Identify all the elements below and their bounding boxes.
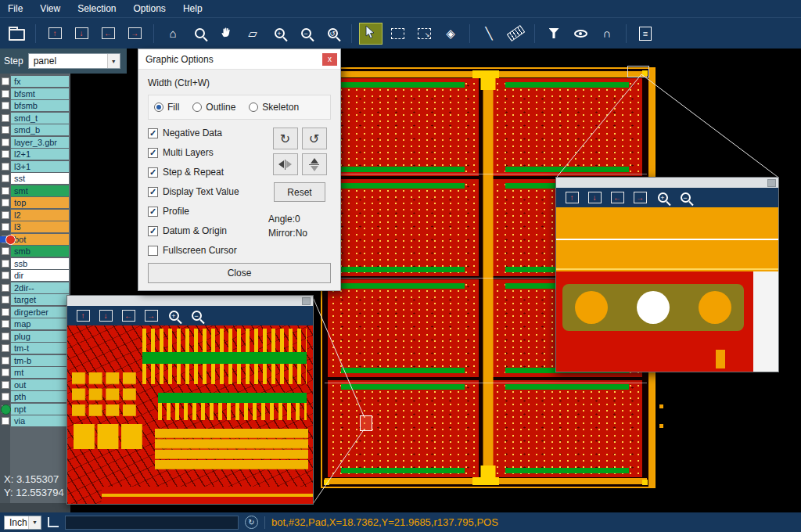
layer-visibility-checkbox[interactable]	[2, 271, 9, 279]
import-up-button[interactable]: ↑	[43, 23, 66, 45]
dialog-close-button[interactable]: Close	[148, 263, 331, 283]
menu-selection[interactable]: Selection	[77, 3, 116, 14]
refresh-icon[interactable]: ↻	[245, 516, 258, 529]
export-left-button[interactable]: ←	[120, 307, 137, 324]
layer-row-2dir--[interactable]: 2dir--	[0, 282, 70, 293]
transform-select-button[interactable]: ↘	[412, 23, 436, 45]
zoom-out-button[interactable]: −	[677, 189, 694, 206]
layer-row-l3+1[interactable]: l3+1	[0, 161, 70, 172]
snap-button[interactable]: ∩	[595, 23, 619, 45]
rotate-ccw-button[interactable]: ↺	[302, 128, 327, 149]
pan-hand-button[interactable]	[214, 23, 238, 45]
layer-row-pth[interactable]: pth	[0, 391, 70, 402]
layer-row-layer_3.gbr[interactable]: layer_3.gbr	[0, 137, 70, 148]
layer-visibility-checkbox[interactable]	[2, 368, 9, 376]
layer-visibility-checkbox[interactable]	[2, 150, 9, 158]
menu-help[interactable]: Help	[183, 3, 203, 14]
filter-button[interactable]	[542, 23, 566, 45]
layer-name[interactable]: bfsmt	[11, 88, 69, 99]
layer-name[interactable]: tm-t	[11, 343, 69, 354]
layer-row-sst[interactable]: sst	[0, 173, 70, 184]
layer-row-npt[interactable]: npt	[0, 404, 70, 415]
open-file-button[interactable]	[5, 23, 28, 45]
home-view-button[interactable]: ⌂	[161, 23, 185, 45]
layer-row-fx[interactable]: fx	[0, 76, 70, 87]
layer-name[interactable]: ssb	[11, 258, 69, 269]
layer-name[interactable]: mt	[11, 367, 69, 378]
menu-view[interactable]: View	[40, 3, 60, 14]
layer-name[interactable]: out	[11, 379, 69, 390]
layer-row-dirgerber[interactable]: dirgerber	[0, 307, 70, 318]
layer-visibility-checkbox[interactable]	[2, 320, 9, 328]
checkbox-fullscreen-cursor[interactable]: Fullscreen Cursor	[148, 245, 268, 256]
layer-row-out[interactable]: out	[0, 379, 70, 390]
unit-select[interactable]: Inch ▼	[4, 516, 41, 530]
checkbox-icon[interactable]: ✓	[148, 148, 158, 158]
layer-name[interactable]: smb	[11, 246, 69, 257]
reset-button[interactable]: Reset	[274, 182, 325, 202]
layer-row-dir[interactable]: dir	[0, 270, 70, 281]
checkbox-icon[interactable]: ✓	[148, 207, 158, 217]
layer-name[interactable]: bfsmb	[11, 100, 69, 111]
layer-name[interactable]: sst	[11, 173, 69, 184]
layer-visibility-checkbox[interactable]	[2, 247, 9, 255]
checkbox-negative-data[interactable]: ✓Negative Data	[148, 128, 268, 138]
layer-row-smd_t[interactable]: smd_t	[0, 113, 70, 124]
layer-name[interactable]: dir	[11, 270, 69, 281]
layer-name[interactable]: l3	[11, 221, 69, 232]
step-select[interactable]: panel ▼	[28, 53, 120, 69]
layer-name[interactable]: tm-b	[11, 355, 69, 366]
layer-row-target[interactable]: target	[0, 294, 70, 305]
checkbox-step-repeat[interactable]: ✓Step & Repeat	[148, 167, 268, 178]
layer-name[interactable]: dirgerber	[11, 307, 69, 318]
layer-visibility-checkbox[interactable]	[2, 296, 9, 304]
layer-row-top[interactable]: top	[0, 197, 70, 208]
layer-name[interactable]: bot	[11, 234, 69, 245]
layer-visibility-checkbox[interactable]	[2, 357, 9, 365]
export-left-button[interactable]: ←	[609, 189, 626, 206]
layer-name[interactable]: 2dir--	[11, 282, 69, 293]
layer-visibility-checkbox[interactable]	[2, 417, 9, 425]
layer-visibility-checkbox[interactable]	[2, 90, 9, 98]
rect-select-button[interactable]	[386, 23, 409, 45]
layer-row-bfsmt[interactable]: bfsmt	[0, 88, 70, 99]
layer-row-plug[interactable]: plug	[0, 331, 70, 342]
import-down-button[interactable]: ↓	[586, 189, 603, 206]
layer-name[interactable]: npt	[11, 404, 69, 415]
checkbox-icon[interactable]: ✓	[148, 128, 158, 138]
layer-name[interactable]: smt	[11, 185, 69, 196]
mirror-vertical-button[interactable]	[302, 153, 327, 175]
popup-minimize-button[interactable]	[302, 297, 311, 305]
checkbox-display-text-value[interactable]: ✓Display Text Value	[148, 186, 268, 197]
layer-visibility-checkbox[interactable]	[2, 393, 9, 401]
checkbox-icon[interactable]	[148, 246, 158, 256]
layer-visibility-checkbox[interactable]	[2, 344, 9, 352]
layer-name[interactable]: l2+1	[11, 149, 69, 160]
radio-icon[interactable]	[154, 102, 163, 112]
layer-name[interactable]: layer_3.gbr	[11, 137, 69, 148]
layer-visibility-checkbox[interactable]	[2, 284, 9, 292]
layer-visibility-checkbox[interactable]	[2, 211, 9, 219]
layer-name[interactable]: pth	[11, 391, 69, 402]
layer-visibility-checkbox[interactable]	[2, 174, 9, 182]
layer-name[interactable]: fx	[11, 76, 69, 87]
close-icon[interactable]: x	[322, 53, 337, 66]
import-down-button[interactable]: ↓	[70, 23, 93, 45]
checkbox-profile[interactable]: ✓Profile	[148, 206, 268, 217]
radio-icon[interactable]	[249, 102, 258, 112]
layer-name[interactable]: smd_t	[11, 113, 69, 124]
report-button[interactable]: ≡	[634, 23, 657, 45]
line-measure-button[interactable]: ╲	[477, 23, 501, 45]
layer-name[interactable]: via	[11, 415, 69, 426]
layer-visibility-checkbox[interactable]	[2, 138, 9, 146]
import-up-button[interactable]: ↑	[74, 307, 92, 324]
export-right-button[interactable]: →	[142, 307, 160, 324]
layer-row-tm-b[interactable]: tm-b	[0, 355, 70, 366]
zoom-out-button[interactable]: −	[294, 23, 318, 45]
menu-options[interactable]: Options	[134, 3, 166, 14]
command-input[interactable]	[65, 516, 239, 530]
layer-visibility-checkbox[interactable]	[2, 126, 9, 134]
radio-outline[interactable]: Outline	[192, 102, 235, 113]
export-right-button[interactable]: →	[631, 189, 648, 206]
layer-row-l2[interactable]: l2	[0, 210, 70, 221]
